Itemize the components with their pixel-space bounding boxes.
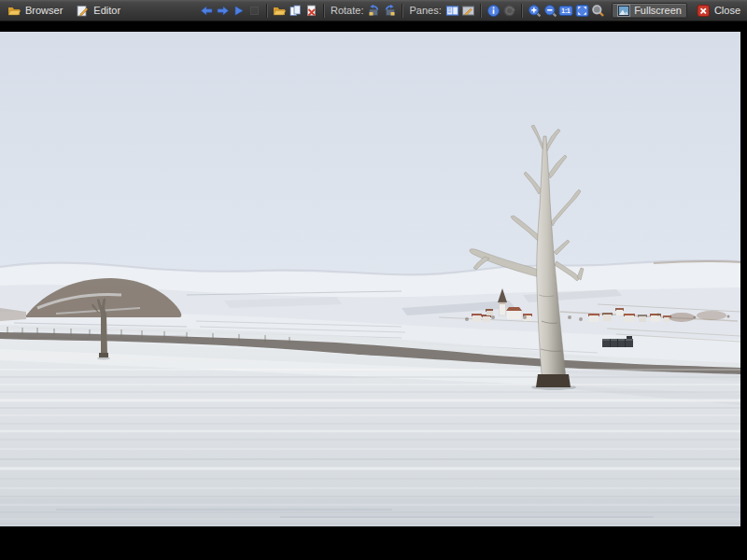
- open-folder-icon: [273, 4, 287, 18]
- editor-pane-icon: [461, 4, 475, 18]
- zoom-in-button[interactable]: [527, 2, 543, 19]
- toolbar-separator: [521, 4, 523, 18]
- next-image-button[interactable]: [215, 2, 231, 19]
- photo[interactable]: [0, 32, 740, 526]
- photo-stage: [0, 21, 747, 560]
- rotate-right-button[interactable]: [382, 2, 398, 19]
- circular-arrow-button[interactable]: [501, 2, 517, 19]
- fit-screen-icon: [575, 4, 589, 18]
- loupe-button[interactable]: [590, 2, 606, 19]
- play-icon: [232, 4, 246, 18]
- zoom-in-icon: [528, 4, 542, 18]
- panes-label: Panes:: [409, 5, 441, 16]
- browser-pane-button[interactable]: [444, 2, 460, 19]
- copy-button[interactable]: [288, 2, 303, 19]
- rotate-right-icon: [383, 4, 397, 18]
- prev-arrow-icon: [200, 4, 214, 18]
- circular-arrow-icon: [502, 4, 516, 18]
- browser-tab-label: Browser: [25, 5, 63, 16]
- browser-pane-icon: [445, 4, 459, 18]
- open-folder-icon: [7, 4, 21, 18]
- actual-size-button[interactable]: 1:1: [558, 2, 574, 19]
- toolbar-center-group: Rotate: Panes:: [199, 0, 606, 21]
- toolbar-right-group: Fullscreen Close: [612, 0, 743, 21]
- editor-pencil-icon: [76, 4, 90, 18]
- info-button[interactable]: [486, 2, 501, 19]
- browser-tab[interactable]: Browser: [5, 3, 65, 19]
- actual-size-icon-text: 1:1: [562, 7, 571, 14]
- fullscreen-image-icon: [617, 5, 630, 17]
- delete-button[interactable]: [303, 2, 319, 19]
- rotate-left-icon: [367, 4, 381, 18]
- stop-icon: [247, 4, 261, 18]
- actual-size-icon: 1:1: [558, 4, 573, 18]
- fullscreen-button[interactable]: Fullscreen: [612, 3, 687, 19]
- rotate-left-button[interactable]: [366, 2, 382, 19]
- fullscreen-button-label: Fullscreen: [634, 5, 682, 16]
- zoom-out-icon: [543, 4, 557, 18]
- stop-button[interactable]: [247, 2, 262, 19]
- zoom-out-button[interactable]: [543, 2, 558, 19]
- landscape-photo: [0, 32, 740, 526]
- toolbar-separator: [402, 4, 403, 18]
- delete-icon: [304, 4, 318, 18]
- next-arrow-icon: [216, 4, 230, 18]
- slideshow-play-button[interactable]: [231, 2, 247, 19]
- editor-tab-label: Editor: [93, 5, 120, 16]
- toolbar-separator: [266, 4, 268, 18]
- fit-screen-button[interactable]: [574, 2, 590, 19]
- loupe-icon: [591, 4, 605, 18]
- previous-image-button[interactable]: [199, 2, 215, 19]
- info-icon: [486, 4, 500, 18]
- open-file-button[interactable]: [272, 2, 288, 19]
- toolbar-separator: [323, 4, 325, 18]
- close-button[interactable]: Close: [694, 3, 743, 19]
- toolbar-separator: [480, 4, 482, 18]
- toolbar-left-group: Browser Editor: [5, 0, 123, 21]
- fullscreen-photo-viewer: Browser Editor: [0, 0, 747, 560]
- editor-tab[interactable]: Editor: [73, 3, 123, 19]
- close-x-icon: [697, 4, 711, 18]
- toolbar: Browser Editor: [0, 0, 747, 21]
- close-button-label: Close: [714, 5, 740, 16]
- copy-icon: [289, 4, 303, 18]
- editor-pane-button[interactable]: [460, 2, 476, 19]
- rotate-label: Rotate:: [331, 5, 363, 16]
